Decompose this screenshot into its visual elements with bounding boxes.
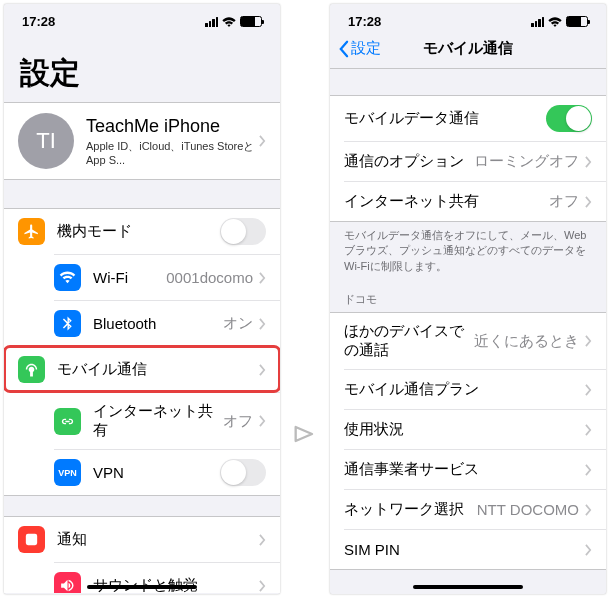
row-value: オフ xyxy=(223,412,253,431)
row-label: SIM PIN xyxy=(344,541,585,558)
account-name: TeachMe iPhone xyxy=(86,116,259,137)
chevron-right-icon xyxy=(259,272,266,284)
chevron-right-icon xyxy=(585,196,592,208)
chevron-right-icon xyxy=(585,384,592,396)
airplane-mode-row[interactable]: 機内モード xyxy=(4,209,280,254)
row-value: ローミングオフ xyxy=(474,152,579,171)
account-sub: Apple ID、iCloud、iTunes StoreとApp S... xyxy=(86,139,259,166)
notifications-icon xyxy=(18,526,45,553)
row-label: Wi-Fi xyxy=(93,269,166,286)
cellular-row[interactable]: モバイル通信 xyxy=(4,346,280,392)
home-indicator[interactable] xyxy=(413,585,523,589)
row-value: オン xyxy=(223,314,253,333)
status-time: 17:28 xyxy=(22,14,55,29)
home-indicator[interactable] xyxy=(87,585,197,589)
chevron-right-icon xyxy=(259,318,266,330)
hotspot-row[interactable]: インターネット共有 オフ xyxy=(54,392,280,449)
chevron-right-icon xyxy=(259,580,266,592)
bluetooth-row[interactable]: Bluetooth オン xyxy=(54,300,280,346)
airplane-icon xyxy=(18,218,45,245)
row-label: インターネット共有 xyxy=(93,402,223,440)
chevron-right-icon xyxy=(585,424,592,436)
avatar: TI xyxy=(18,113,74,169)
usage-row[interactable]: 使用状況 xyxy=(344,409,606,449)
arrow-right-icon xyxy=(290,414,320,454)
data-options-row[interactable]: 通信のオプション ローミングオフ xyxy=(344,141,606,181)
battery-icon xyxy=(240,16,262,27)
back-label: 設定 xyxy=(351,39,381,58)
row-label: インターネット共有 xyxy=(344,192,549,211)
row-label: ほかのデバイスでの通話 xyxy=(344,322,474,360)
cellular-plan-row[interactable]: モバイル通信プラン xyxy=(344,369,606,409)
sim-pin-row[interactable]: SIM PIN xyxy=(344,529,606,569)
row-label: モバイル通信プラン xyxy=(344,380,585,399)
wifi-icon xyxy=(548,17,562,27)
chevron-right-icon xyxy=(259,415,266,427)
row-value: 0001docomo xyxy=(166,269,253,286)
cellular-data-row[interactable]: モバイルデータ通信 xyxy=(330,96,606,141)
row-label: ネットワーク選択 xyxy=(344,500,477,519)
wifi-settings-icon xyxy=(54,264,81,291)
page-title: 設定 xyxy=(4,33,280,102)
signal-icon xyxy=(205,17,218,27)
chevron-right-icon xyxy=(585,544,592,556)
chevron-right-icon xyxy=(585,156,592,168)
nav-bar: 設定 モバイル通信 xyxy=(330,33,606,69)
signal-icon xyxy=(531,17,544,27)
status-bar: 17:28 xyxy=(4,4,280,33)
row-label: 通知 xyxy=(57,530,259,549)
chevron-right-icon xyxy=(259,135,266,147)
settings-screen: 17:28 設定 TI TeachMe iPhone Apple ID、iClo… xyxy=(4,4,280,594)
hotspot-icon xyxy=(54,408,81,435)
section-footer: モバイルデータ通信をオフにして、メール、Webブラウズ、プッシュ通知などのすべて… xyxy=(330,222,606,288)
row-label: VPN xyxy=(93,464,220,481)
row-value: NTT DOCOMO xyxy=(477,501,579,518)
row-value: オフ xyxy=(549,192,579,211)
cellular-screen: 17:28 設定 モバイル通信 モバイルデータ通信 通信のオプション ローミング… xyxy=(330,4,606,594)
network-selection-row[interactable]: ネットワーク選択 NTT DOCOMO xyxy=(344,489,606,529)
wifi-icon xyxy=(222,17,236,27)
chevron-left-icon xyxy=(338,40,349,58)
vpn-row[interactable]: VPN VPN xyxy=(54,449,280,495)
bluetooth-icon xyxy=(54,310,81,337)
chevron-right-icon xyxy=(259,364,266,376)
row-label: 通信事業者サービス xyxy=(344,460,585,479)
row-label: 機内モード xyxy=(57,222,220,241)
row-value: 近くにあるとき xyxy=(474,332,579,351)
battery-icon xyxy=(566,16,588,27)
back-button[interactable]: 設定 xyxy=(338,39,381,58)
airplane-toggle[interactable] xyxy=(220,218,266,245)
chevron-right-icon xyxy=(585,504,592,516)
apple-id-row[interactable]: TI TeachMe iPhone Apple ID、iCloud、iTunes… xyxy=(4,103,280,179)
status-time: 17:28 xyxy=(348,14,381,29)
section-header: ドコモ xyxy=(330,288,606,312)
row-label: モバイル通信 xyxy=(57,360,259,379)
calls-other-devices-row[interactable]: ほかのデバイスでの通話 近くにあるとき xyxy=(330,313,606,369)
cellular-data-toggle[interactable] xyxy=(546,105,592,132)
svg-rect-0 xyxy=(26,534,37,545)
sounds-icon xyxy=(54,572,81,593)
cellular-icon xyxy=(18,356,45,383)
chevron-right-icon xyxy=(259,534,266,546)
chevron-right-icon xyxy=(585,464,592,476)
status-bar: 17:28 xyxy=(330,4,606,33)
row-label: 使用状況 xyxy=(344,420,585,439)
personal-hotspot-row[interactable]: インターネット共有 オフ xyxy=(344,181,606,221)
row-label: 通信のオプション xyxy=(344,152,474,171)
vpn-toggle[interactable] xyxy=(220,459,266,486)
carrier-services-row[interactable]: 通信事業者サービス xyxy=(344,449,606,489)
vpn-icon: VPN xyxy=(54,459,81,486)
notifications-row[interactable]: 通知 xyxy=(4,517,280,562)
wifi-row[interactable]: Wi-Fi 0001docomo xyxy=(54,254,280,300)
chevron-right-icon xyxy=(585,335,592,347)
row-label: モバイルデータ通信 xyxy=(344,109,546,128)
row-label: Bluetooth xyxy=(93,315,223,332)
